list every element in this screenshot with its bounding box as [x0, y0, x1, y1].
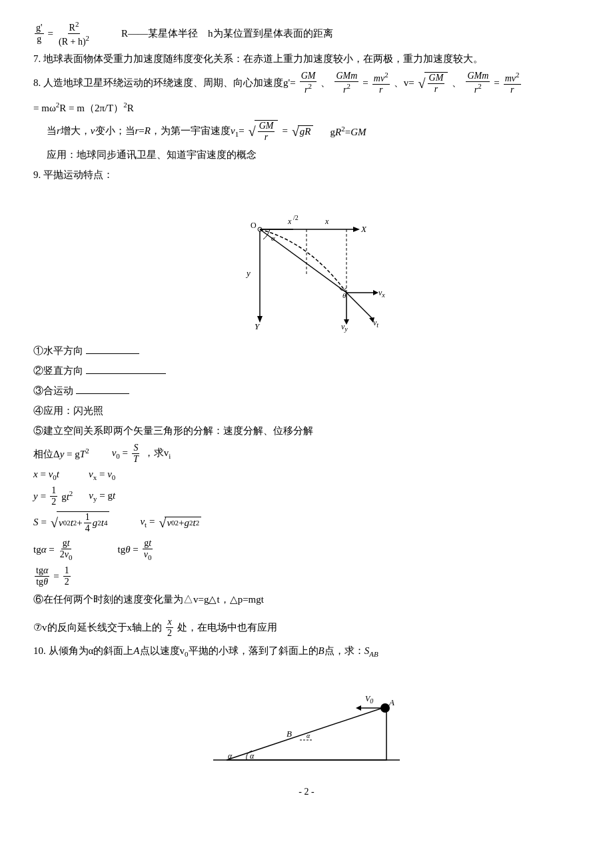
frac-mv2-r-b: mv2 r	[504, 71, 521, 95]
circle5: ⑤建立空间关系即两个矢量三角形的分解：速度分解、位移分解	[33, 423, 580, 439]
sqrt-S: √ v02t2 + 1 4 g2t4	[51, 511, 109, 534]
svg-text:α: α	[250, 751, 255, 761]
item8-when: 当r增大，v变小；当r=R，为第一宇宙速度v1= √ GM r = √ gR g…	[47, 120, 580, 143]
circle1: ①水平方向	[33, 343, 580, 359]
sqrt-gR: √ gR	[292, 125, 313, 138]
item9: 9. 平抛运动特点：	[33, 167, 580, 183]
page-number: - 2 -	[33, 787, 580, 797]
circle6: ⑥在任何两个时刻的速度变化量为△v=g△t，△p=mgt	[33, 591, 580, 607]
frac-mv2-r: mv2 r	[372, 71, 390, 95]
svg-marker-1	[353, 227, 360, 232]
frac-GM-r2-1: GM r2	[300, 71, 317, 95]
svg-text:B: B	[287, 729, 292, 739]
frac-GMm-r2-b: GMm r2	[466, 71, 490, 95]
frac-1-2-b: 1 2	[63, 565, 71, 587]
svg-text:x: x	[324, 217, 329, 226]
circle3: ③合运动	[33, 383, 580, 399]
diagram-svg: X Y O x /2 x α θ	[207, 189, 406, 336]
frac-x-2: x 2	[166, 617, 173, 639]
svg-text:α: α	[228, 751, 233, 761]
circle2: ②竖直方向	[33, 363, 580, 379]
svg-text:x: x	[287, 217, 292, 226]
svg-text:Y: Y	[255, 321, 261, 331]
item8-apply: 应用：地球同步通讯卫星、知道宇宙速度的概念	[47, 147, 580, 163]
eq-y-vy: y = 1 2 gt2 vy = gt	[33, 485, 580, 507]
svg-marker-17	[373, 290, 378, 295]
frac-gt-v0: gt v0	[143, 538, 153, 561]
item8-eq2: = mω2R = m（2π/T）2R	[33, 99, 580, 116]
sqrt-vt: √ v02 + g2t2	[159, 516, 201, 529]
circle4: ④应用：闪光照	[33, 403, 580, 419]
svg-text:V0: V0	[365, 694, 373, 705]
frac-tga-tgt: tgα tgθ	[35, 565, 49, 587]
frac-GMm-r2: GMm r2	[334, 71, 358, 95]
projectile-diagram: X Y O x /2 x α θ	[33, 189, 580, 336]
incline-diagram: α α A V0 B α	[33, 667, 580, 773]
svg-text:vx: vx	[378, 288, 385, 299]
svg-text:X: X	[360, 224, 367, 234]
fraction-R2-Rh2: R2 (R + h)2	[57, 20, 91, 47]
incline-svg: α α A V0 B α	[213, 667, 400, 773]
eq-tg-alpha: tgα = gt 2v0 tgθ = gt v0	[33, 538, 580, 561]
item7: 7. 地球表面物体受重力加速度随纬度变化关系：在赤道上重力加速度较小，在两极，重…	[33, 51, 580, 67]
fraction-g-prime: g' g	[35, 23, 44, 45]
sqrt-GM-r-2: √ GM r	[249, 120, 279, 143]
svg-text:A: A	[388, 697, 394, 707]
svg-marker-34	[356, 705, 361, 711]
svg-text:y: y	[245, 268, 251, 278]
frac-S-T: S T	[132, 443, 140, 465]
svg-text:α: α	[306, 732, 310, 739]
svg-line-22	[346, 293, 372, 318]
circle7: ⑦v的反向延长线交于x轴上的 x 2 处，在电场中也有应用	[33, 617, 580, 639]
eq-tg-ratio: tgα tgθ = 1 2	[33, 565, 580, 587]
frac-gt-2v0: gt 2v0	[59, 538, 74, 561]
item10: 10. 从倾角为α的斜面上A点以速度v0平抛的小球，落到了斜面上的B点，求：SA…	[33, 643, 580, 661]
frac-1-2: 1 2	[50, 485, 57, 507]
top-formula: g' g = R2 (R + h)2 R——某星体半径 h为某位置到星体表面的距…	[33, 20, 580, 47]
svg-text:vt: vt	[373, 318, 378, 329]
phase-eq: 相位Δy = gT2 v0 = S T ，求vi	[33, 443, 580, 465]
item8-formulas: 8. 人造地球卫星环绕运动的环绕速度、周期、向心加速度g'= GM r2 、 G…	[33, 71, 580, 95]
sqrt-GM-r: √ GM r	[418, 72, 448, 95]
svg-text:/2: /2	[293, 214, 299, 221]
page-content: g' g = R2 (R + h)2 R——某星体半径 h为某位置到星体表面的距…	[33, 20, 580, 797]
svg-text:O: O	[251, 221, 257, 230]
eq-x-vx: x = v0t vx = v0	[33, 469, 580, 481]
eq-S: S = √ v02t2 + 1 4 g2t4 vt = √ v02 + g2t2	[33, 511, 580, 534]
svg-line-14	[260, 229, 346, 293]
svg-text:θ: θ	[342, 291, 346, 299]
